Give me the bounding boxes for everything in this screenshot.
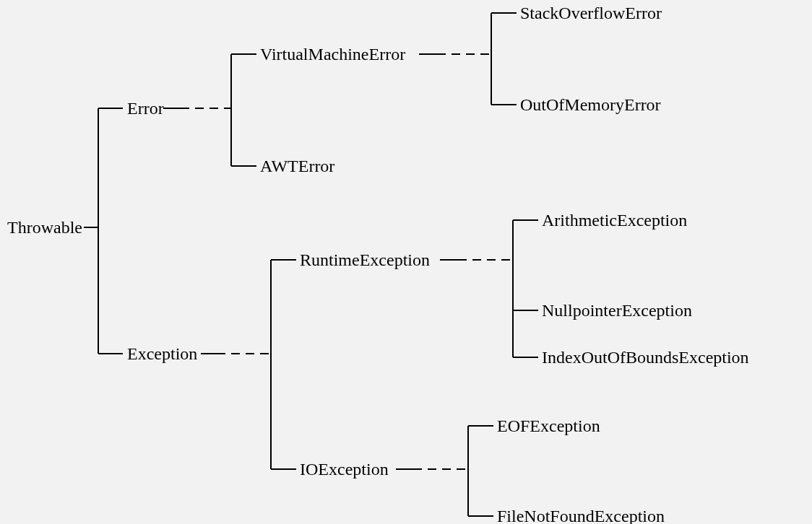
node-virtualmachineerror: VirtualMachineError xyxy=(260,45,405,64)
hierarchy-diagram: Throwable Error VirtualMachineError AWTE… xyxy=(0,0,812,524)
node-throwable: Throwable xyxy=(7,218,82,237)
node-awterror: AWTError xyxy=(260,157,334,176)
node-eofexception: EOFException xyxy=(497,416,600,436)
node-outofmemoryerror: OutOfMemoryError xyxy=(520,95,661,115)
node-nullpointerexception: NullpointerException xyxy=(542,301,692,320)
node-stackoverflowerror: StackOverflowError xyxy=(520,4,662,23)
node-filenotfoundexception: FileNotFoundException xyxy=(497,507,665,525)
node-runtimeexception: RuntimeException xyxy=(300,250,430,270)
node-error: Error xyxy=(127,99,164,118)
node-arithmeticexception: ArithmeticException xyxy=(542,211,687,230)
node-exception: Exception xyxy=(127,344,197,364)
node-ioexception: IOException xyxy=(300,460,389,479)
node-indexoutofboundsexception: IndexOutOfBoundsException xyxy=(542,348,749,367)
